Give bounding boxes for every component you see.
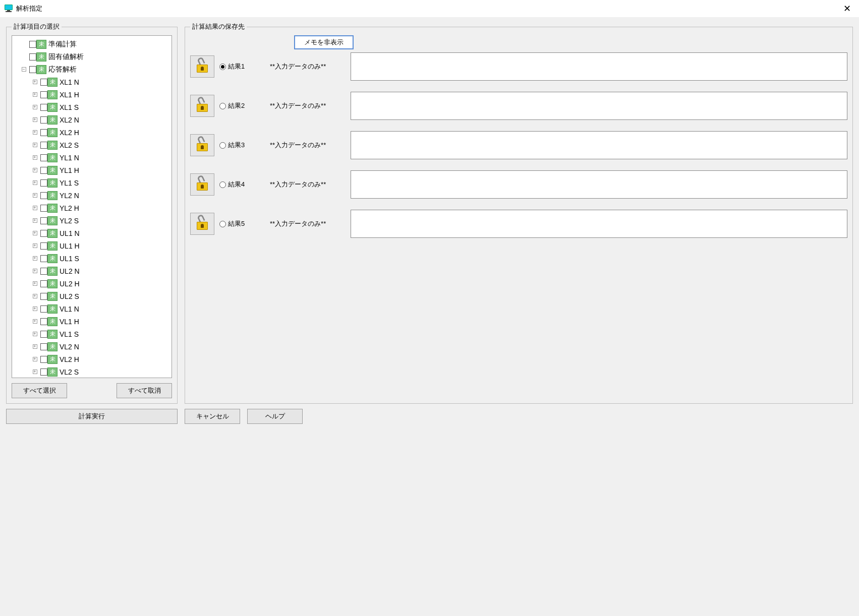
tree-node[interactable]: +未UL1 N (14, 227, 170, 239)
cancel-button[interactable]: キャンセル (185, 409, 240, 424)
tree-expander[interactable]: + (30, 129, 40, 136)
tree-node[interactable]: +未UL1 S (14, 252, 170, 265)
tree-checkbox[interactable] (40, 356, 47, 363)
tree-expander[interactable]: + (30, 331, 40, 338)
tree-expander[interactable]: + (30, 217, 40, 224)
tree-node[interactable]: +未UL2 S (14, 290, 170, 302)
tree-checkbox[interactable] (40, 230, 47, 237)
tree-node[interactable]: +未XL1 S (14, 101, 170, 113)
lock-button[interactable] (190, 55, 214, 78)
tree-checkbox[interactable] (40, 192, 47, 199)
tree-expander[interactable]: + (30, 142, 40, 149)
tree-node[interactable]: +未YL2 S (14, 214, 170, 227)
tree-checkbox[interactable] (40, 255, 47, 262)
lock-button[interactable] (190, 173, 214, 196)
tree-expander[interactable]: + (30, 91, 40, 98)
tree-node[interactable]: −未応答解析 (14, 63, 170, 76)
tree-node[interactable]: +未XL1 H (14, 88, 170, 101)
lock-button[interactable] (190, 134, 214, 156)
tree-checkbox[interactable] (40, 142, 47, 149)
tree-expander[interactable]: + (30, 179, 40, 187)
tree-checkbox[interactable] (40, 343, 47, 350)
tree-checkbox[interactable] (40, 280, 47, 287)
tree-checkbox[interactable] (40, 242, 47, 250)
tree-checkbox[interactable] (40, 154, 47, 161)
tree-node[interactable]: +未YL1 N (14, 151, 170, 164)
memo-input[interactable] (351, 131, 847, 159)
tree-checkbox[interactable] (40, 129, 47, 136)
tree-expander[interactable]: + (30, 154, 40, 161)
tree-expander[interactable]: + (30, 230, 40, 237)
tree-checkbox[interactable] (40, 293, 47, 300)
tree-checkbox[interactable] (40, 268, 47, 275)
calc-item-tree[interactable]: 未準備計算未固有値解析−未応答解析+未XL1 N+未XL1 H+未XL1 S+未… (12, 35, 172, 378)
result-radio[interactable]: 結果5 (219, 219, 265, 228)
tree-node[interactable]: 未準備計算 (14, 38, 170, 50)
memo-input[interactable] (351, 92, 847, 120)
result-radio[interactable]: 結果3 (219, 141, 265, 150)
tree-expander[interactable]: + (30, 305, 40, 313)
tree-checkbox[interactable] (40, 205, 47, 212)
tree-checkbox[interactable] (40, 91, 47, 98)
memo-input[interactable] (351, 52, 847, 81)
tree-checkbox[interactable] (40, 368, 47, 376)
tree-checkbox[interactable] (40, 179, 47, 187)
tree-node[interactable]: +未YL1 S (14, 176, 170, 189)
tree-checkbox[interactable] (40, 331, 47, 338)
tree-checkbox[interactable] (40, 104, 47, 111)
tree-node[interactable]: +未VL2 H (14, 353, 170, 365)
tree-node[interactable]: +未UL2 N (14, 265, 170, 277)
tree-expander[interactable]: + (30, 255, 40, 262)
result-radio[interactable]: 結果1 (219, 62, 265, 71)
tree-node[interactable]: +未YL1 H (14, 164, 170, 176)
tree-node[interactable]: +未VL1 N (14, 302, 170, 315)
tree-node[interactable]: +未XL2 N (14, 113, 170, 126)
tree-node[interactable]: 未固有値解析 (14, 50, 170, 63)
tree-node[interactable]: +未UL1 H (14, 239, 170, 252)
tree-checkbox[interactable] (29, 53, 36, 60)
lock-button[interactable] (190, 95, 214, 117)
memo-input[interactable] (351, 210, 847, 238)
tree-expander[interactable]: + (30, 268, 40, 275)
tree-checkbox[interactable] (40, 116, 47, 124)
tree-checkbox[interactable] (40, 167, 47, 174)
lock-button[interactable] (190, 213, 214, 235)
select-all-button[interactable]: すべて選択 (12, 383, 67, 398)
tree-expander[interactable]: + (30, 368, 40, 376)
tree-node[interactable]: +未VL1 S (14, 328, 170, 340)
help-button[interactable]: ヘルプ (247, 409, 303, 424)
tree-node[interactable]: +未VL1 H (14, 315, 170, 328)
tree-checkbox[interactable] (40, 305, 47, 313)
tree-expander[interactable]: + (30, 242, 40, 250)
tree-node[interactable]: +未UL2 H (14, 277, 170, 290)
close-button[interactable]: ✕ (840, 3, 854, 14)
tree-node[interactable]: +未XL2 S (14, 139, 170, 151)
tree-expander[interactable]: + (30, 116, 40, 124)
tree-expander[interactable]: + (30, 79, 40, 86)
tree-checkbox[interactable] (40, 79, 47, 86)
tree-checkbox[interactable] (40, 217, 47, 224)
tree-expander[interactable]: + (30, 356, 40, 363)
tree-checkbox[interactable] (40, 318, 47, 325)
tree-expander[interactable]: + (30, 192, 40, 199)
tree-node[interactable]: +未VL2 N (14, 340, 170, 353)
tree-node[interactable]: +未YL2 H (14, 202, 170, 214)
tree-expander[interactable]: + (30, 205, 40, 212)
tree-expander[interactable]: + (30, 104, 40, 111)
memo-input[interactable] (351, 170, 847, 199)
result-radio[interactable]: 結果4 (219, 180, 265, 189)
hide-memo-button[interactable]: メモを非表示 (294, 35, 354, 49)
result-radio[interactable]: 結果2 (219, 101, 265, 110)
tree-expander[interactable]: + (30, 280, 40, 287)
run-button[interactable]: 計算実行 (6, 409, 178, 424)
tree-node[interactable]: +未YL2 N (14, 189, 170, 202)
tree-checkbox[interactable] (29, 66, 36, 73)
tree-expander[interactable]: + (30, 343, 40, 350)
deselect-all-button[interactable]: すべて取消 (117, 383, 172, 398)
tree-checkbox[interactable] (29, 41, 36, 48)
tree-node[interactable]: +未VL2 S (14, 365, 170, 378)
tree-expander[interactable]: − (19, 66, 29, 73)
tree-expander[interactable]: + (30, 167, 40, 174)
tree-node[interactable]: +未XL1 N (14, 76, 170, 88)
tree-node[interactable]: +未XL2 H (14, 126, 170, 139)
